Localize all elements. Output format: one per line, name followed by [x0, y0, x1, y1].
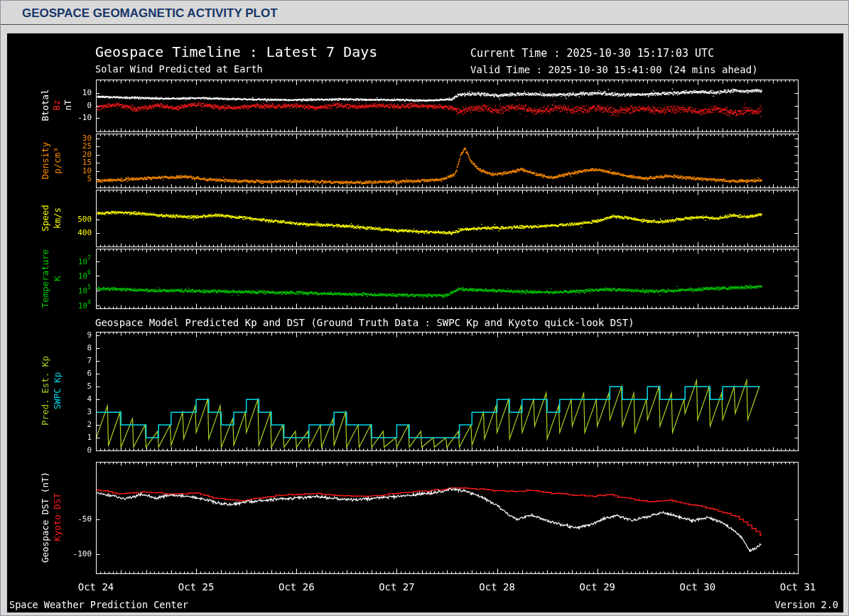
axis-label-density: Density: [40, 142, 50, 180]
axis-label-btotal: Btotal: [40, 89, 50, 121]
plot-title: Geospace Timeline : Latest 7 Days: [95, 43, 377, 60]
axis-label-kyoto-dst: Kyoto DST: [52, 493, 63, 541]
page-header: GEOSPACE GEOMAGNETIC ACTIVITY PLOT: [1, 1, 848, 25]
model-subtitle: Geospace Model Predicted Kp and DST (Gro…: [95, 317, 634, 328]
axis-label-temperature: Temperature: [40, 249, 50, 308]
axis-label-bz: Bz: [51, 99, 62, 110]
axis-label-speed: Speed: [40, 205, 50, 232]
page-title: GEOSPACE GEOMAGNETIC ACTIVITY PLOT: [22, 6, 278, 21]
axis-label-geospace-dst: Geospace DST (nT): [40, 472, 50, 563]
axis-label-density-unit: p/cm³: [52, 147, 63, 174]
axis-label-speed-unit: km/s: [52, 207, 63, 229]
footer-version: Version 2.0: [775, 599, 838, 610]
page: GEOSPACE GEOMAGNETIC ACTIVITY PLOT Geosp…: [0, 0, 849, 616]
footer-credit: Space Weather Prediction Center: [9, 599, 188, 610]
axis-label-nt: nT: [63, 99, 73, 110]
axis-label-pred-kp: Pred. Est. Kp: [40, 356, 50, 426]
axis-label-swpc-kp: SWPC Kp: [52, 372, 63, 410]
current-time-label: Current Time : 2025-10-30 15:17:03 UTC: [470, 47, 714, 60]
geospace-plot: Geospace Timeline : Latest 7 Days Curren…: [6, 33, 844, 613]
solar-wind-subtitle: Solar Wind Predicted at Earth: [95, 63, 263, 75]
axis-label-temperature-unit: K: [52, 276, 63, 281]
valid-time-label: Valid Time : 2025-10-30 15:41:00 (24 min…: [470, 64, 758, 75]
